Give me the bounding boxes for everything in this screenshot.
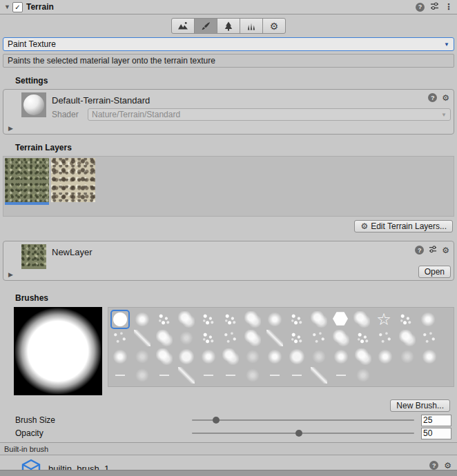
brush-thumbnail-speckle[interactable] (200, 311, 217, 328)
brush-thumbnail-streak[interactable] (134, 330, 150, 346)
neighbor-terrains-icon (177, 21, 188, 32)
brush-thumbnail-soft[interactable] (134, 311, 150, 328)
opacity-field[interactable] (421, 428, 451, 439)
settings-gear-icon: ⚙ (270, 21, 279, 31)
brush-thumbnail-scatter[interactable] (421, 330, 438, 346)
brush-thumbnail-scatter[interactable] (311, 330, 327, 346)
brush-thumbnail-soft[interactable] (377, 348, 393, 365)
preset-icon[interactable] (429, 245, 437, 255)
preset-icon[interactable] (430, 1, 439, 12)
brush-thumbnail-organic[interactable] (178, 311, 195, 328)
brush-thumbnail-faint[interactable] (244, 348, 261, 365)
brush-thumbnail-dash[interactable] (156, 367, 173, 384)
brush-size-field[interactable] (421, 415, 451, 426)
brush-thumbnail-soft[interactable] (200, 348, 217, 365)
help-icon[interactable]: ? (415, 246, 424, 255)
terrain-layer-thumbnail[interactable] (51, 158, 95, 202)
brush-size-slider-thumb[interactable] (213, 417, 220, 424)
open-layer-button[interactable]: Open (418, 266, 451, 278)
brush-thumbnail-selected[interactable] (112, 311, 128, 328)
layer-foldout-icon[interactable]: ▶ (8, 271, 13, 278)
component-enabled-checkbox[interactable]: ✓ (12, 2, 23, 12)
brush-thumbnail-organic[interactable] (353, 311, 370, 328)
brush-thumbnail-faint[interactable] (134, 348, 150, 365)
brush-thumbnail-dash[interactable] (222, 367, 239, 384)
brush-thumbnail-soft[interactable] (420, 311, 436, 328)
brush-thumbnail-organic[interactable] (333, 330, 349, 346)
layer-thumbnail[interactable] (21, 244, 46, 269)
brush-thumbnail-hex[interactable] (333, 311, 348, 326)
brush-thumbnail-speckle[interactable] (200, 330, 217, 346)
brush-thumbnail-organic[interactable] (311, 311, 327, 328)
brush-thumbnail-soft[interactable] (266, 311, 283, 328)
brush-thumbnail-dash[interactable] (289, 367, 305, 384)
help-icon[interactable]: ? (428, 93, 437, 102)
brush-thumbnail-scatter[interactable] (222, 330, 239, 346)
component-foldout-icon[interactable]: ▼ (4, 3, 12, 10)
brush-thumbnail-organic[interactable] (156, 348, 173, 365)
brush-thumbnail-streak[interactable] (311, 367, 327, 384)
brush-thumbnail-speckle[interactable] (289, 311, 305, 328)
brush-thumbnail-faint[interactable] (399, 348, 416, 365)
material-preview-sphere[interactable] (21, 92, 46, 117)
opacity-row: Opacity (15, 428, 451, 439)
brush-thumbnail-dash[interactable] (266, 367, 283, 384)
brush-thumbnail-speckle[interactable] (156, 311, 173, 328)
kebab-menu-icon[interactable]: ⋮ (445, 2, 453, 12)
terrain-layer-thumbnail[interactable] (5, 158, 49, 202)
tool-create-neighbor-terrains-button[interactable] (171, 18, 195, 34)
terrain-layers-grid (3, 156, 454, 217)
shader-dropdown: Nature/Terrain/Standard ▼ (88, 108, 451, 121)
brush-thumbnail-organic[interactable] (244, 330, 261, 346)
brush-thumbnail-speckle[interactable] (222, 311, 239, 328)
paint-brush-icon (200, 21, 211, 32)
tool-paint-trees-button[interactable] (217, 18, 240, 34)
brush-thumbnail-faint[interactable] (311, 348, 327, 365)
material-foldout-icon[interactable]: ▶ (8, 125, 13, 132)
brush-thumbnail-faint[interactable] (244, 367, 261, 384)
paint-mode-dropdown[interactable]: Paint Texture ▼ (3, 37, 454, 51)
edit-terrain-layers-button[interactable]: ⚙ Edit Terrain Layers... (354, 220, 453, 232)
tool-paint-terrain-button[interactable] (194, 18, 217, 34)
brush-size-slider[interactable] (192, 415, 414, 426)
help-icon[interactable]: ? (429, 461, 438, 470)
brush-thumbnail-organic[interactable] (244, 311, 261, 328)
brush-thumbnail-streak[interactable] (178, 367, 195, 384)
opacity-slider-thumb[interactable] (295, 430, 302, 437)
gear-icon[interactable]: ⚙ (442, 246, 449, 255)
brush-thumbnail-soft[interactable] (112, 348, 128, 365)
brush-thumbnail-blob[interactable] (289, 348, 305, 365)
brush-thumbnail-star[interactable]: ☆ (376, 311, 392, 328)
tool-terrain-settings-button[interactable]: ⚙ (262, 18, 286, 34)
brush-thumbnail-dash[interactable] (112, 367, 128, 384)
brush-thumbnail-dash[interactable] (333, 367, 349, 384)
brush-thumbnail-speckle[interactable] (289, 330, 305, 346)
brush-thumbnail-soft[interactable] (333, 348, 349, 365)
brush-thumbnail-soft[interactable] (421, 348, 438, 365)
settings-section-label: Settings (15, 76, 454, 86)
brush-thumbnail-organic[interactable] (156, 330, 173, 346)
brush-thumbnail-streak[interactable] (266, 330, 283, 346)
new-brush-button[interactable]: New Brush... (390, 399, 450, 412)
tool-paint-details-button[interactable] (240, 18, 263, 34)
brush-thumbnail-faint[interactable] (134, 367, 150, 384)
gear-icon[interactable]: ⚙ (444, 462, 451, 470)
brush-thumbnail-soft[interactable] (266, 348, 283, 365)
brush-thumbnail-faint[interactable] (355, 367, 371, 384)
brush-thumbnail-organic[interactable] (399, 330, 416, 346)
brush-thumbnail-faint[interactable] (178, 330, 195, 346)
brush-thumbnail-scatter[interactable] (377, 330, 393, 346)
brush-thumbnail-organic[interactable] (222, 348, 239, 365)
brush-thumbnail-dash[interactable] (200, 367, 217, 384)
help-icon[interactable]: ? (416, 3, 425, 12)
opacity-slider[interactable] (192, 428, 414, 439)
brush-thumbnail-scatter[interactable] (112, 330, 128, 346)
brush-thumbnail-speckle[interactable] (355, 330, 371, 346)
brush-thumbnail-organic[interactable] (355, 348, 371, 365)
tree-icon (223, 21, 234, 32)
brush-thumbnail-blob[interactable] (178, 348, 195, 365)
brush-thumbnail-speckle[interactable] (398, 311, 414, 328)
opacity-label: Opacity (15, 428, 192, 438)
paint-mode-value: Paint Texture (8, 39, 56, 49)
gear-icon[interactable]: ⚙ (442, 94, 449, 102)
